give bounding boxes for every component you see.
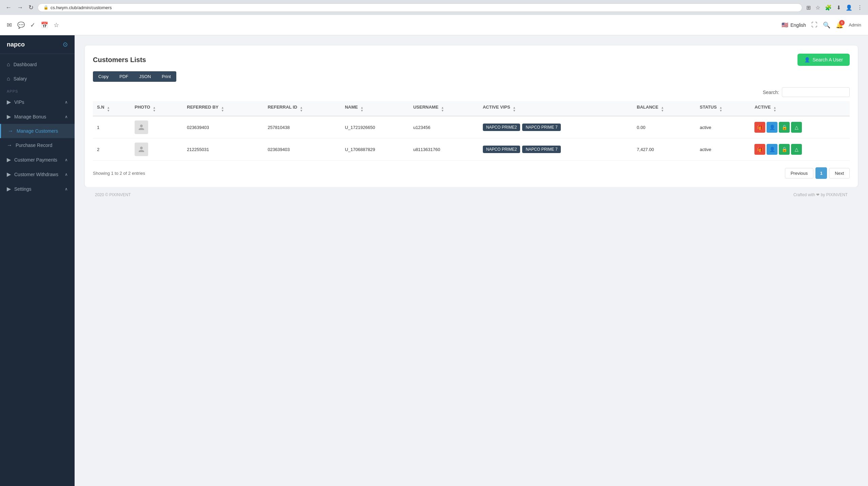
pagination-area: Showing 1 to 2 of 2 entries Previous 1 N… [93, 167, 850, 179]
cell-photo [131, 138, 183, 161]
expand-icon[interactable]: ⛶ [811, 21, 817, 29]
col-balance[interactable]: BALANCE ▲▼ [633, 101, 696, 116]
calendar-icon[interactable]: 📅 [41, 21, 48, 29]
col-sn[interactable]: S.N ▲▼ [93, 101, 131, 116]
json-button[interactable]: JSON [134, 71, 156, 82]
sidebar-item-purchase-record[interactable]: → Purchase Record [0, 138, 75, 152]
user-edit-button[interactable]: 👤 [767, 144, 777, 155]
cell-referral-id: 257810438 [263, 116, 341, 138]
cell-balance: 0.00 [633, 116, 696, 138]
cell-referral-id: 023639403 [263, 138, 341, 161]
sidebar-item-label: Customer Payments [14, 157, 57, 163]
sidebar-item-label: Purchase Record [16, 143, 52, 148]
top-bar-icons: ✉ 💬 ✓ 📅 ☆ [7, 21, 59, 29]
col-photo[interactable]: PHOTO ▲▼ [131, 101, 183, 116]
url-bar[interactable]: 🔒 cs.hwym.club/admin/customers [38, 3, 802, 12]
cell-vips: NAPCO PRIME2NAPCO PRIME 7 [479, 116, 633, 138]
profile-btn[interactable]: 👤 [844, 3, 854, 12]
download-btn[interactable]: ⬇ [835, 3, 842, 12]
user-edit-button[interactable]: 👤 [767, 122, 777, 133]
showing-text: Showing 1 to 2 of 2 entries [93, 171, 145, 176]
customers-icon: → [8, 128, 13, 134]
payments-icon: ▶ [7, 156, 11, 163]
top-bar-right: 🇺🇸 English ⛶ 🔍 🔔 5 Admin [782, 21, 861, 29]
main-layout: napco ⊙ ⌂ Dashboard ⌂ Salary APPS ▶ VIPs… [0, 35, 868, 486]
bookmark-btn[interactable]: ☆ [814, 3, 822, 12]
search-icon[interactable]: 🔍 [823, 21, 830, 29]
browser-chrome: ← → ↻ 🔒 cs.hwym.club/admin/customers ⊞ ☆… [0, 0, 868, 15]
col-active-vips[interactable]: ACTIVE VIPS ▲▼ [479, 101, 633, 116]
sidebar-item-manage-customers[interactable]: → Manage Customers [0, 124, 75, 138]
mail-icon[interactable]: ✉ [7, 21, 12, 29]
col-status[interactable]: STATUS ▲▼ [696, 101, 751, 116]
pdf-button[interactable]: PDF [114, 71, 134, 82]
previous-button[interactable]: Previous [785, 168, 814, 179]
pagination: Previous 1 Next [785, 167, 850, 179]
search-user-button[interactable]: 👤 Search A User [797, 54, 850, 66]
vip-badge: NAPCO PRIME2 [483, 146, 520, 153]
page-footer: 2020 © PIXINVENT Crafted with ❤ by PIXIN… [85, 187, 858, 203]
footer-right: Crafted with ❤ by PIXINVENT [793, 192, 848, 197]
action-buttons: 🎁 👤 🔒 △ [754, 144, 846, 155]
extensions-btn[interactable]: 🧩 [824, 3, 833, 12]
lock-button[interactable]: 🔒 [779, 144, 790, 155]
gift-button[interactable]: 🎁 [754, 144, 765, 155]
col-username[interactable]: USERNAME ▲▼ [409, 101, 479, 116]
photo-placeholder [135, 143, 148, 156]
chat-icon[interactable]: 💬 [17, 21, 25, 29]
star-icon[interactable]: ☆ [54, 21, 59, 29]
search-input[interactable] [782, 87, 850, 97]
chevron-up-icon: ∧ [65, 187, 68, 191]
back-button[interactable]: ← [4, 3, 13, 13]
apps-section-label: APPS [0, 86, 75, 95]
customers-card: Customers Lists 👤 Search A User Copy PDF… [85, 45, 858, 187]
cell-vips: NAPCO PRIME2NAPCO PRIME 7 [479, 138, 633, 161]
withdraws-icon: ▶ [7, 171, 11, 177]
sidebar-item-label: Salary [14, 76, 27, 81]
triangle-button[interactable]: △ [791, 144, 802, 155]
language-selector[interactable]: 🇺🇸 English [782, 22, 806, 28]
sidebar-item-manage-bonus[interactable]: ▶ Manage Bonus ∧ [0, 109, 75, 124]
flag-icon: 🇺🇸 [782, 22, 788, 28]
table-body: 1 023639403 257810438 U_1721926650 u1234… [93, 116, 850, 161]
menu-btn[interactable]: ⋮ [856, 3, 864, 12]
notification-btn[interactable]: 🔔 5 [836, 21, 843, 29]
gift-button[interactable]: 🎁 [754, 122, 765, 133]
sidebar-item-salary[interactable]: ⌂ Salary [0, 72, 75, 86]
vip-badges: NAPCO PRIME2NAPCO PRIME 7 [483, 146, 629, 153]
forward-button[interactable]: → [16, 3, 24, 13]
next-button[interactable]: Next [829, 168, 850, 179]
home-icon: ⌂ [7, 61, 10, 68]
sidebar-item-dashboard[interactable]: ⌂ Dashboard [0, 57, 75, 72]
footer-left: 2020 © PIXINVENT [95, 192, 131, 197]
brand-icon[interactable]: ⊙ [63, 41, 68, 48]
cell-name: U_1706887829 [341, 138, 409, 161]
lock-button[interactable]: 🔒 [779, 122, 790, 133]
col-name[interactable]: NAME ▲▼ [341, 101, 409, 116]
col-referred-by[interactable]: REFERRED BY ▲▼ [183, 101, 263, 116]
current-page[interactable]: 1 [815, 167, 827, 179]
cell-sn: 2 [93, 138, 131, 161]
bonus-icon: ▶ [7, 113, 11, 120]
sidebar-item-customer-withdraws[interactable]: ▶ Customer Withdraws ∧ [0, 167, 75, 182]
copy-button[interactable]: Copy [93, 71, 114, 82]
sidebar-brand: napco ⊙ [0, 35, 75, 54]
check-icon[interactable]: ✓ [30, 21, 35, 29]
translate-btn[interactable]: ⊞ [805, 3, 812, 12]
sidebar-item-settings[interactable]: ▶ Settings ∧ [0, 182, 75, 196]
vip-badge: NAPCO PRIME 7 [522, 124, 561, 131]
sidebar-item-customer-payments[interactable]: ▶ Customer Payments ∧ [0, 152, 75, 167]
cell-username: u8113631760 [409, 138, 479, 161]
top-bar: ✉ 💬 ✓ 📅 ☆ 🇺🇸 English ⛶ 🔍 🔔 5 Admin [0, 15, 868, 35]
language-label: English [790, 22, 806, 28]
reload-button[interactable]: ↻ [27, 2, 35, 13]
triangle-button[interactable]: △ [791, 122, 802, 133]
sidebar-item-label: Dashboard [14, 62, 37, 67]
col-active[interactable]: ACTIVE ▲▼ [750, 101, 850, 116]
cell-name: U_1721926650 [341, 116, 409, 138]
sidebar-item-vips[interactable]: ▶ VIPs ∧ [0, 95, 75, 109]
notification-badge: 5 [839, 20, 845, 25]
col-referral-id[interactable]: REFERRAL ID ▲▼ [263, 101, 341, 116]
print-button[interactable]: Print [156, 71, 176, 82]
sidebar-item-label: Settings [14, 186, 32, 192]
